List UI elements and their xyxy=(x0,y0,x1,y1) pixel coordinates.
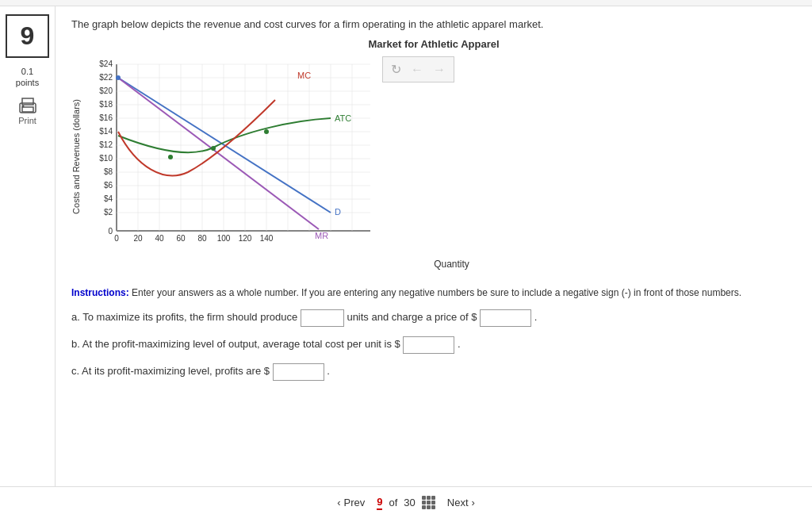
svg-text:140: 140 xyxy=(260,234,274,243)
points-label: points xyxy=(16,77,39,88)
svg-text:$4: $4 xyxy=(104,194,113,203)
next-arrow-icon: › xyxy=(472,497,475,508)
svg-line-54 xyxy=(118,78,319,229)
svg-text:0: 0 xyxy=(114,234,119,243)
svg-rect-1 xyxy=(22,98,33,105)
part-b-before: b. At the profit-maximizing level of out… xyxy=(71,338,400,350)
answer-row-b: b. At the profit-maximizing level of out… xyxy=(71,336,796,354)
svg-text:60: 60 xyxy=(176,234,186,243)
svg-text:MC: MC xyxy=(297,71,311,80)
total-pages: 30 xyxy=(404,497,415,508)
of-label: of xyxy=(389,497,397,508)
part-a-price-input[interactable] xyxy=(480,309,531,327)
svg-text:MR: MR xyxy=(315,231,328,240)
svg-text:20: 20 xyxy=(133,234,143,243)
print-icon xyxy=(17,97,39,114)
svg-point-3 xyxy=(21,105,24,107)
y-axis-label: Costs and Revenues (dollars) xyxy=(71,99,81,214)
svg-text:$10: $10 xyxy=(99,154,113,163)
svg-text:0: 0 xyxy=(108,227,113,236)
part-a-after: . xyxy=(534,311,538,323)
svg-text:$14: $14 xyxy=(99,127,113,136)
next-label: Next xyxy=(447,497,469,508)
svg-text:$6: $6 xyxy=(104,181,113,190)
svg-text:$18: $18 xyxy=(99,100,113,109)
next-button[interactable]: Next › xyxy=(447,497,475,508)
instructions-text: Enter your answers as a whole number. If… xyxy=(129,287,741,298)
chart-title: Market for Athletic Apparel xyxy=(71,38,796,50)
svg-point-58 xyxy=(264,129,269,134)
chart-container: $24 $22 $20 $18 $16 $14 $12 $10 $8 $6 $4… xyxy=(85,56,378,257)
question-number: 9 xyxy=(6,14,49,58)
svg-text:120: 120 xyxy=(239,234,252,243)
part-c-profit-input[interactable] xyxy=(273,363,324,381)
prev-button[interactable]: ‹ Prev xyxy=(337,497,365,508)
svg-text:$20: $20 xyxy=(99,86,113,95)
print-label: Print xyxy=(18,116,36,125)
redo-control[interactable]: → xyxy=(433,63,446,77)
part-c-before: c. At its profit-maximizing level, profi… xyxy=(71,365,270,377)
sidebar: 9 0.1 points Print xyxy=(0,6,56,518)
answer-row-a: a. To maximize its profits, the firm sho… xyxy=(71,309,796,327)
svg-text:100: 100 xyxy=(217,234,231,243)
part-b-after: . xyxy=(458,338,461,350)
part-a-before: a. To maximize its profits, the firm sho… xyxy=(71,311,297,323)
svg-text:$24: $24 xyxy=(99,59,113,68)
instructions-label: Instructions: xyxy=(71,287,129,298)
svg-text:$16: $16 xyxy=(99,113,113,122)
x-axis-label: Quantity xyxy=(107,259,796,270)
prev-label: Prev xyxy=(343,497,365,508)
svg-text:40: 40 xyxy=(155,234,164,243)
svg-text:ATC: ATC xyxy=(335,113,351,123)
part-a-units-input[interactable] xyxy=(301,309,344,327)
footer: ‹ Prev 9 of 30 Next › xyxy=(0,486,812,518)
svg-point-56 xyxy=(168,155,173,159)
chart-controls: ↻ ← → xyxy=(382,56,454,106)
svg-text:80: 80 xyxy=(197,234,207,243)
current-page: 9 xyxy=(377,496,382,510)
part-b-atc-input[interactable] xyxy=(403,336,454,354)
svg-text:$2: $2 xyxy=(104,208,113,217)
question-text: The graph below depicts the revenue and … xyxy=(71,18,796,30)
svg-point-57 xyxy=(211,146,216,151)
grid-icon[interactable] xyxy=(422,496,435,509)
print-button[interactable]: Print xyxy=(17,97,39,125)
part-c-after: . xyxy=(327,365,330,377)
svg-text:D: D xyxy=(335,207,341,217)
undo-control[interactable]: ← xyxy=(411,63,423,77)
page-info: 9 of 30 xyxy=(377,496,435,510)
main-content: The graph below depicts the revenue and … xyxy=(56,6,812,518)
refresh-control[interactable]: ↻ xyxy=(391,62,401,77)
part-a-between: units and charge a price of $ xyxy=(347,311,477,323)
svg-text:$22: $22 xyxy=(99,73,113,82)
svg-text:$8: $8 xyxy=(104,167,113,176)
svg-rect-2 xyxy=(22,107,33,112)
points-value: 0.1 xyxy=(16,66,39,77)
prev-arrow-icon: ‹ xyxy=(337,497,340,508)
answer-row-c: c. At its profit-maximizing level, profi… xyxy=(71,363,796,381)
svg-point-61 xyxy=(116,75,121,80)
instructions-section: Instructions: Enter your answers as a wh… xyxy=(71,286,796,300)
svg-text:$12: $12 xyxy=(99,140,113,149)
